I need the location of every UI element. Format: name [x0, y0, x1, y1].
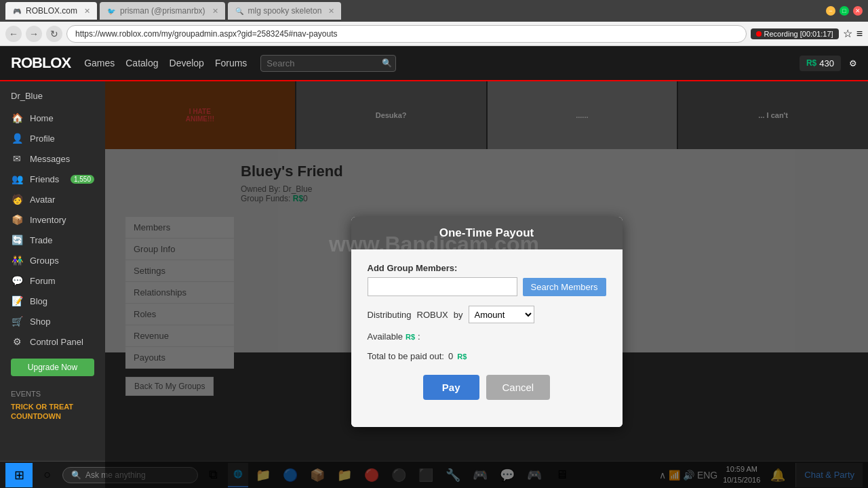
sidebar-item-shop[interactable]: 🛒 Shop — [0, 311, 105, 331]
sidebar-item-inventory[interactable]: 📦 Inventory — [0, 209, 105, 230]
tab-twitter-close[interactable]: ✕ — [212, 7, 218, 16]
sidebar-item-blog[interactable]: 📝 Blog — [0, 291, 105, 311]
sidebar-item-groups[interactable]: 👫 Groups — [0, 250, 105, 270]
tab-roblox-label: ROBLOX.com — [26, 6, 77, 16]
distributing-text: Distributing — [368, 310, 412, 320]
bookmark-icon[interactable]: ☆ — [843, 27, 852, 40]
sidebar-item-home[interactable]: 🏠 Home — [0, 108, 105, 128]
sidebar-shop-label: Shop — [30, 317, 50, 327]
nav-games[interactable]: Games — [84, 58, 115, 68]
nav-develop[interactable]: Develop — [170, 58, 204, 68]
menu-icon[interactable]: ≡ — [856, 28, 863, 40]
roblox-logo-text: ROBLOX — [11, 54, 71, 71]
maximize-button[interactable]: □ — [840, 6, 849, 16]
refresh-button[interactable]: ↻ — [46, 26, 62, 42]
total-label: Total to be paid out: — [368, 351, 444, 361]
shop-icon: 🛒 — [11, 316, 23, 327]
sidebar-username: Dr_Blue — [0, 88, 105, 108]
tab-google-close[interactable]: ✕ — [328, 7, 334, 16]
close-button[interactable]: ✕ — [853, 6, 863, 16]
address-text: https://www.roblox.com/my/groupadmin.asp… — [75, 29, 338, 39]
search-wrapper — [260, 55, 396, 72]
settings-icon[interactable]: ⚙ — [849, 58, 857, 68]
available-robux-icon: R$ — [406, 333, 415, 341]
browser-icons: ☆ ≡ — [843, 27, 863, 40]
sidebar-item-profile[interactable]: 👤 Profile — [0, 128, 105, 148]
robux-text: ROBUX — [417, 310, 448, 320]
tab-roblox-icon: 🎮 — [12, 6, 22, 16]
tab-google-label: mlg spooky skeleton — [248, 6, 322, 16]
sidebar-groups-label: Groups — [30, 256, 59, 266]
tab-twitter-icon: 🐦 — [106, 6, 116, 16]
tab-google-icon: 🔍 — [235, 6, 244, 16]
nav-bar: ← → ↻ https://www.roblox.com/my/groupadm… — [0, 22, 868, 46]
recording-text: Recording [00:01:17] — [764, 30, 833, 38]
profile-icon: 👤 — [11, 133, 23, 144]
header-nav: Games Catalog Develop Forums — [84, 58, 247, 68]
friends-icon: 👥 — [11, 174, 23, 184]
payout-modal: One-Time Payout Add Group Members: Searc… — [351, 217, 623, 427]
distribute-row: Distributing ROBUX by Amount Percentage — [368, 306, 606, 323]
sidebar-forum-label: Forum — [30, 276, 56, 286]
sidebar-home-label: Home — [30, 113, 54, 123]
total-robux-icon: R$ — [457, 352, 467, 361]
main-layout: Dr_Blue 🏠 Home 👤 Profile ✉ Messages 👥 Fr… — [0, 81, 868, 488]
total-value: 0 — [448, 351, 453, 361]
inventory-icon: 📦 — [11, 214, 23, 225]
tab-twitter[interactable]: 🐦 prisman (@prismanrbx) ✕ — [100, 2, 225, 20]
modal-body: Add Group Members: Search Members Distri… — [351, 249, 623, 427]
events-label: Events — [11, 390, 94, 398]
sidebar-avatar-label: Avatar — [30, 195, 55, 205]
sidebar-item-avatar[interactable]: 🧑 Avatar — [0, 189, 105, 209]
sidebar-item-forum[interactable]: 💬 Forum — [0, 270, 105, 291]
robux-icon: R$ — [806, 58, 816, 68]
recording-dot — [756, 31, 762, 37]
sidebar-item-messages[interactable]: ✉ Messages — [0, 148, 105, 169]
available-colon: : — [418, 331, 420, 342]
forum-icon: 💬 — [11, 275, 23, 286]
sidebar-profile-label: Profile — [30, 134, 55, 144]
forward-button[interactable]: → — [26, 26, 42, 42]
address-bar[interactable]: https://www.roblox.com/my/groupadmin.asp… — [66, 25, 747, 43]
nav-catalog[interactable]: Catalog — [125, 58, 158, 68]
trick-treat-text: TRICK OR TREATCOUNTDOWN — [11, 402, 94, 422]
header-right: R$ 430 ⚙ — [800, 56, 857, 71]
search-input[interactable] — [260, 55, 396, 72]
blog-icon: 📝 — [11, 296, 23, 306]
friends-badge: 1,550 — [71, 175, 94, 184]
sidebar-messages-label: Messages — [30, 154, 70, 164]
sidebar-item-trade[interactable]: 🔄 Trade — [0, 230, 105, 250]
search-members-button[interactable]: Search Members — [523, 278, 606, 296]
back-button[interactable]: ← — [5, 26, 22, 42]
tab-roblox[interactable]: 🎮 ROBLOX.com ✕ — [5, 2, 97, 20]
start-button[interactable]: ⊞ — [5, 463, 33, 487]
modal-title: One-Time Payout — [439, 226, 534, 239]
roblox-logo[interactable]: ROBLOX — [11, 54, 71, 72]
amount-select[interactable]: Amount Percentage — [469, 306, 534, 323]
groups-icon: 👫 — [11, 255, 23, 266]
cortana-search[interactable]: ○ — [35, 463, 60, 487]
pay-button[interactable]: Pay — [423, 375, 479, 400]
tab-roblox-close[interactable]: ✕ — [84, 7, 90, 16]
tab-google[interactable]: 🔍 mlg spooky skeleton ✕ — [228, 2, 342, 20]
member-input[interactable] — [368, 277, 517, 296]
total-row: Total to be paid out: 0 R$ — [368, 351, 606, 361]
cancel-button[interactable]: Cancel — [486, 375, 551, 400]
robux-amount: 430 — [819, 58, 834, 68]
title-bar: 🎮 ROBLOX.com ✕ 🐦 prisman (@prismanrbx) ✕… — [0, 0, 868, 22]
control-panel-icon: ⚙ — [11, 336, 23, 347]
sidebar: Dr_Blue 🏠 Home 👤 Profile ✉ Messages 👥 Fr… — [0, 81, 105, 488]
sidebar-blog-label: Blog — [30, 296, 47, 306]
sidebar-trade-label: Trade — [30, 235, 52, 245]
recording-indicator: Recording [00:01:17] — [751, 28, 839, 39]
available-row: Available R$ : — [368, 331, 606, 342]
nav-forums[interactable]: Forums — [215, 58, 247, 68]
member-search-row: Search Members — [368, 277, 606, 296]
minimize-button[interactable]: − — [826, 6, 835, 16]
modal-footer: Pay Cancel — [368, 375, 606, 413]
modal-header: One-Time Payout — [351, 217, 623, 249]
avatar-icon: 🧑 — [11, 194, 23, 205]
sidebar-item-control-panel[interactable]: ⚙ Control Panel — [0, 331, 105, 352]
upgrade-button[interactable]: Upgrade Now — [11, 359, 94, 376]
sidebar-item-friends[interactable]: 👥 Friends 1,550 — [0, 169, 105, 189]
